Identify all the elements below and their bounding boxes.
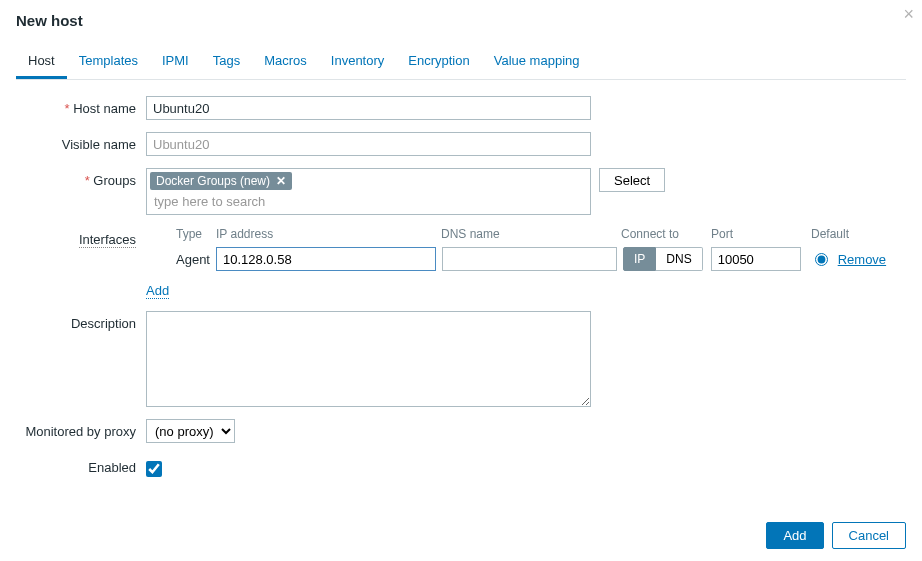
footer-buttons: Add Cancel — [766, 522, 906, 549]
group-tag: Docker Groups (new) ✕ — [150, 172, 292, 190]
row-groups: Groups Docker Groups (new) ✕ Select — [16, 168, 906, 215]
tab-macros[interactable]: Macros — [252, 45, 319, 79]
tab-encryption[interactable]: Encryption — [396, 45, 481, 79]
groups-search-input[interactable] — [150, 192, 587, 211]
proxy-select[interactable]: (no proxy) — [146, 419, 235, 443]
default-radio[interactable] — [815, 253, 828, 266]
tab-ipmi[interactable]: IPMI — [150, 45, 201, 79]
groups-select-button[interactable]: Select — [599, 168, 665, 192]
row-host-name: Host name — [16, 96, 906, 120]
add-interface-link[interactable]: Add — [146, 283, 169, 299]
label-interfaces: Interfaces — [16, 227, 146, 247]
tab-bar: Host Templates IPMI Tags Macros Inventor… — [16, 45, 906, 80]
label-groups: Groups — [16, 168, 146, 188]
col-header-port: Port — [711, 227, 811, 241]
row-add-interface: Add — [16, 283, 906, 299]
row-interfaces: Interfaces Type IP address DNS name Conn… — [16, 227, 906, 271]
remove-interface-link[interactable]: Remove — [838, 252, 886, 267]
row-description: Description — [16, 311, 906, 407]
label-description: Description — [16, 311, 146, 331]
tab-host[interactable]: Host — [16, 45, 67, 79]
row-enabled: Enabled — [16, 455, 906, 477]
row-visible-name: Visible name — [16, 132, 906, 156]
group-tag-label: Docker Groups (new) — [156, 174, 270, 188]
label-proxy: Monitored by proxy — [16, 419, 146, 439]
tab-value-mapping[interactable]: Value mapping — [482, 45, 592, 79]
tab-templates[interactable]: Templates — [67, 45, 150, 79]
connect-ip-button[interactable]: IP — [623, 247, 656, 271]
connect-to-toggle: IP DNS — [623, 247, 703, 271]
col-header-type: Type — [146, 227, 216, 241]
visible-name-input[interactable] — [146, 132, 591, 156]
modal-title: New host — [16, 12, 906, 29]
new-host-modal: × New host Host Templates IPMI Tags Macr… — [0, 0, 922, 477]
groups-multiselect[interactable]: Docker Groups (new) ✕ — [146, 168, 591, 215]
dns-name-input[interactable] — [442, 247, 617, 271]
col-header-ip: IP address — [216, 227, 441, 241]
tab-tags[interactable]: Tags — [201, 45, 252, 79]
host-name-input[interactable] — [146, 96, 591, 120]
ip-address-input[interactable] — [216, 247, 436, 271]
cancel-button[interactable]: Cancel — [832, 522, 906, 549]
form-area: Host name Visible name Groups Docker Gro… — [16, 80, 906, 477]
interfaces-table: Type IP address DNS name Connect to Port… — [146, 227, 901, 271]
connect-dns-button[interactable]: DNS — [656, 247, 702, 271]
interface-type: Agent — [146, 252, 216, 267]
interface-row: Agent IP DNS Remove — [146, 247, 901, 271]
group-tag-remove-icon[interactable]: ✕ — [276, 174, 286, 188]
tab-inventory[interactable]: Inventory — [319, 45, 396, 79]
add-button[interactable]: Add — [766, 522, 823, 549]
description-textarea[interactable] — [146, 311, 591, 407]
col-header-default: Default — [811, 227, 901, 241]
label-enabled: Enabled — [16, 455, 146, 475]
port-input[interactable] — [711, 247, 801, 271]
label-host-name: Host name — [16, 96, 146, 116]
close-button[interactable]: × — [903, 4, 914, 25]
enabled-checkbox[interactable] — [146, 461, 162, 477]
col-header-dns: DNS name — [441, 227, 621, 241]
row-proxy: Monitored by proxy (no proxy) — [16, 419, 906, 443]
col-header-connect: Connect to — [621, 227, 711, 241]
interfaces-header: Type IP address DNS name Connect to Port… — [146, 227, 901, 241]
label-visible-name: Visible name — [16, 132, 146, 152]
